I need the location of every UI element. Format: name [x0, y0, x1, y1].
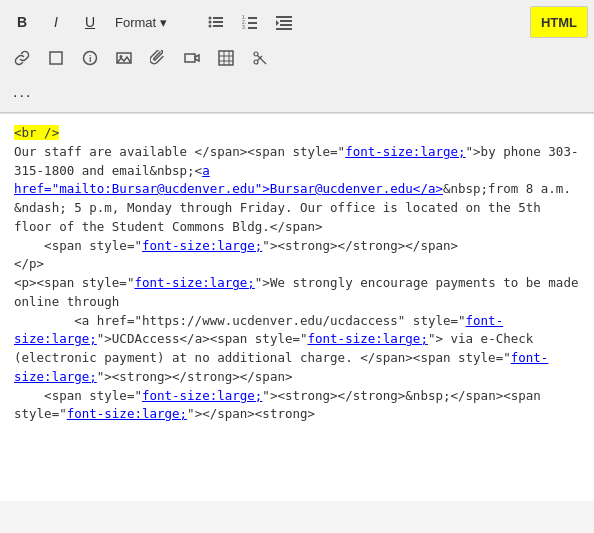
- video-icon: [184, 50, 200, 66]
- font-size-link-8[interactable]: font-size:large;: [67, 406, 187, 421]
- ordered-list-button[interactable]: 1. 2. 3.: [234, 6, 266, 38]
- svg-text:i: i: [89, 54, 92, 64]
- svg-rect-1: [213, 17, 223, 19]
- svg-rect-5: [213, 25, 223, 27]
- image-icon: [116, 50, 132, 66]
- svg-rect-12: [276, 16, 292, 18]
- table-button[interactable]: [210, 42, 242, 74]
- scissors-icon: [252, 50, 268, 66]
- svg-rect-17: [50, 52, 62, 64]
- square-icon: [48, 50, 64, 66]
- svg-rect-11: [248, 27, 257, 29]
- paperclip-icon: [150, 50, 166, 66]
- format-dropdown[interactable]: Format ▾: [108, 6, 198, 38]
- font-size-link-4[interactable]: font-size:large;: [14, 313, 503, 347]
- svg-point-2: [209, 21, 212, 24]
- indent-button[interactable]: [268, 6, 300, 38]
- svg-rect-22: [185, 54, 195, 62]
- svg-rect-3: [213, 21, 223, 23]
- tools-button[interactable]: [244, 42, 276, 74]
- info-button[interactable]: i: [74, 42, 106, 74]
- font-size-link-1[interactable]: font-size:large;: [345, 144, 465, 159]
- font-size-link-7[interactable]: font-size:large;: [142, 388, 262, 403]
- svg-rect-13: [280, 20, 292, 22]
- list-ordered-icon: 1. 2. 3.: [242, 14, 258, 30]
- info-icon: i: [82, 50, 98, 66]
- square-button[interactable]: [40, 42, 72, 74]
- svg-rect-7: [248, 17, 257, 19]
- toolbar-row-1: B I U Format ▾ 1. 2. 3.: [6, 4, 588, 40]
- font-size-link-6[interactable]: font-size:large;: [14, 350, 548, 384]
- indent-icon: [276, 14, 292, 30]
- toolbar-row-2: i: [6, 40, 588, 76]
- br-tag-highlight: <br />: [14, 125, 59, 140]
- svg-marker-23: [195, 55, 199, 61]
- more-options-button[interactable]: ...: [12, 80, 33, 104]
- svg-point-4: [209, 25, 212, 28]
- image-button[interactable]: [108, 42, 140, 74]
- underline-button[interactable]: U: [74, 6, 106, 38]
- editor-area[interactable]: <br /> Our staff are available </span><s…: [0, 113, 594, 501]
- unordered-list-button[interactable]: [200, 6, 232, 38]
- svg-rect-9: [248, 22, 257, 24]
- font-size-link-5[interactable]: font-size:large;: [308, 331, 428, 346]
- table-icon: [218, 50, 234, 66]
- italic-button[interactable]: I: [40, 6, 72, 38]
- svg-rect-24: [219, 51, 233, 65]
- toolbar: B I U Format ▾ 1. 2. 3.: [0, 0, 594, 113]
- video-button[interactable]: [176, 42, 208, 74]
- font-size-link-2[interactable]: font-size:large;: [142, 238, 262, 253]
- svg-rect-15: [276, 28, 292, 30]
- svg-text:3.: 3.: [242, 24, 246, 30]
- anchor-link-1[interactable]: a href="mailto:Bursar@ucdenver.edu">Burs…: [14, 163, 443, 197]
- bold-button[interactable]: B: [6, 6, 38, 38]
- toolbar-row-3: ...: [6, 76, 588, 108]
- svg-rect-14: [280, 24, 292, 26]
- chevron-down-icon: ▾: [160, 15, 167, 30]
- svg-marker-16: [276, 20, 279, 26]
- svg-point-0: [209, 17, 212, 20]
- link-icon: [14, 50, 30, 66]
- list-unordered-icon: [208, 14, 224, 30]
- attachment-button[interactable]: [142, 42, 174, 74]
- format-label: Format: [115, 15, 156, 30]
- svg-point-30: [254, 60, 258, 64]
- font-size-link-3[interactable]: font-size:large;: [134, 275, 254, 290]
- svg-point-29: [254, 52, 258, 56]
- html-button[interactable]: HTML: [530, 6, 588, 38]
- link-button[interactable]: [6, 42, 38, 74]
